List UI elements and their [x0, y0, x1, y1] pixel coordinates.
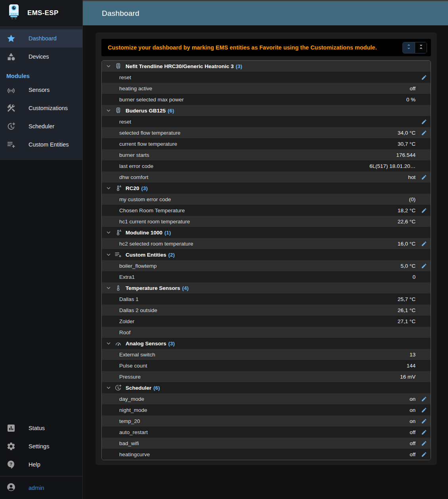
entity-row-boiler-flowtemp: boiler_flowtemp5,0 °C: [102, 260, 431, 271]
group-header-buderus-gb125[interactable]: Buderus GB125(6): [102, 105, 431, 116]
entity-row-external-switch: External switch13: [102, 349, 431, 360]
sidebar-item-custom-entities[interactable]: Custom Entities: [0, 135, 82, 154]
entity-name: selected flow temperature: [119, 130, 181, 136]
sidebar-item-customizations[interactable]: Customizations: [0, 99, 82, 117]
page-title: Dashboard: [102, 9, 139, 18]
entity-name: temp_20: [119, 418, 140, 424]
entity-name: burner starts: [119, 152, 149, 158]
sidebar-item-dashboard[interactable]: Dashboard: [0, 29, 82, 48]
edit-pencil-icon[interactable]: [419, 74, 428, 81]
entity-value: 0 %: [406, 97, 416, 103]
group-name: Moduline 1000: [126, 230, 162, 236]
thermostat-auto-icon: A: [114, 229, 122, 236]
entity-name: auto_restart: [119, 429, 148, 435]
entity-row-current-flow-temperature: current flow temperature30,7 °C: [102, 138, 431, 149]
group-header-custom-entities[interactable]: Custom Entities(2): [102, 249, 431, 260]
entity-row-dhw-comfort: dhw comforthot: [102, 171, 431, 183]
sidebar-item-label: Scheduler: [29, 123, 54, 130]
group-count: (3): [141, 185, 148, 191]
thermometer-icon: [114, 284, 122, 292]
group-name: RC20: [126, 185, 139, 191]
gauge-icon: [114, 339, 122, 347]
playlist-add-icon: [6, 140, 16, 149]
entity-name: heating active: [119, 86, 152, 91]
group-name: Buderus GB125: [126, 108, 166, 114]
edit-pencil-slot: [419, 351, 428, 358]
chevron-down-icon: [105, 340, 112, 347]
entity-row-my-custom-error-code: my custom error code(0): [102, 194, 431, 205]
gear-icon: [6, 442, 16, 451]
sidebar-item-status[interactable]: Status: [0, 419, 82, 437]
chevron-down-icon: [105, 251, 112, 258]
entity-name: my custom error code: [119, 196, 171, 202]
group-header-temperature-sensors[interactable]: Temperature Sensors(4): [102, 282, 431, 293]
edit-pencil-icon[interactable]: [419, 395, 428, 402]
group-header-moduline-1000[interactable]: AModuline 1000(1): [102, 227, 431, 238]
entity-row-bad-wifi: bad_wifioff: [102, 438, 431, 449]
boiler-icon: [114, 62, 122, 70]
edit-pencil-icon[interactable]: [419, 429, 428, 436]
entity-name: Dallas 2 outside: [119, 307, 157, 313]
edit-pencil-slot: [419, 151, 428, 158]
sidebar-item-scheduler[interactable]: Scheduler: [0, 117, 82, 135]
content: Customize your dashboard by marking EMS …: [83, 25, 448, 499]
main-area: Dashboard Customize your dashboard by ma…: [83, 0, 448, 499]
entity-row-burner-starts: burner starts176.544: [102, 149, 431, 160]
sidebar-bottom: StatusSettings?Help admin: [0, 419, 82, 499]
sidebar-item-help[interactable]: ?Help: [0, 455, 82, 474]
collapse-all-button[interactable]: [415, 42, 427, 53]
sidebar-item-label: Custom Entities: [29, 141, 69, 148]
entity-row-last-error-code: last error code6L(517) 18.01.20…: [102, 160, 431, 171]
group-header-nefit-trendline-hrc30-generic-heatronic-3[interactable]: Nefit Trendline HRC30/Generic Heatronic …: [102, 61, 431, 72]
edit-pencil-icon[interactable]: [419, 440, 428, 447]
unfold-more-icon: [406, 44, 412, 51]
group-header-scheduler[interactable]: Scheduler(6): [102, 382, 431, 393]
sidebar-item-sensors[interactable]: Sensors: [0, 81, 82, 99]
entity-row-pressure: Pressure16 mV: [102, 371, 431, 382]
svg-text:A: A: [119, 229, 121, 232]
group-header-analog-sensors[interactable]: Analog Sensors(3): [102, 338, 431, 349]
entity-value: off: [410, 429, 416, 435]
edit-pencil-icon[interactable]: [419, 406, 428, 413]
edit-pencil-icon[interactable]: [419, 173, 428, 181]
entity-row-dallas-2-outside: Dallas 2 outside26,1 °C: [102, 305, 431, 316]
sidebar-header: EMS-ESP: [0, 0, 82, 26]
clock-plus-icon: [114, 384, 122, 392]
edit-pencil-icon[interactable]: [419, 451, 428, 458]
notice-bar: Customize your dashboard by marking EMS …: [101, 39, 431, 56]
edit-pencil-icon[interactable]: [419, 240, 428, 247]
edit-pencil-icon[interactable]: [419, 417, 428, 425]
analytics-icon: [6, 423, 16, 433]
edit-pencil-icon[interactable]: [419, 118, 428, 125]
chevron-down-icon: [105, 229, 112, 236]
entity-row-pulse-count: Pulse count144: [102, 360, 431, 371]
group-header-rc20[interactable]: ARC20(3): [102, 183, 431, 194]
group-name: Scheduler: [126, 385, 151, 391]
sidebar-item-label: Settings: [29, 443, 49, 449]
entity-value: 144: [406, 363, 416, 369]
chevron-down-icon: [105, 63, 112, 70]
category-icon: [6, 52, 16, 61]
entity-row-dallas-1: Dallas 125,7 °C: [102, 293, 431, 305]
group-name: Analog Sensors: [126, 341, 166, 347]
sidebar-item-settings[interactable]: Settings: [0, 437, 82, 455]
edit-pencil-icon[interactable]: [419, 129, 428, 136]
edit-pencil-slot: [419, 162, 428, 170]
entity-row-night-mode: night_modeon: [102, 404, 431, 415]
edit-pencil-slot: [419, 307, 428, 314]
sidebar-item-devices[interactable]: Devices: [0, 48, 82, 66]
unfold-less-icon: [418, 44, 424, 51]
entity-value: 34,0 °C: [398, 130, 416, 136]
expand-all-button[interactable]: [403, 42, 415, 53]
chevron-down-icon: [105, 185, 112, 192]
sidebar-item-label: Status: [29, 425, 45, 431]
entity-row-hc2-selected-room-temperature: hc2 selected room temperature16,0 °C: [102, 238, 431, 249]
edit-pencil-slot: [419, 140, 428, 147]
entity-row-day-mode: day_modeon: [102, 393, 431, 404]
edit-pencil-icon[interactable]: [419, 207, 428, 214]
chevron-down-icon: [105, 384, 112, 391]
group-count: (4): [182, 285, 189, 291]
entity-name: hc1 current room temperature: [119, 219, 190, 225]
sidebar-item-admin[interactable]: admin: [0, 476, 82, 499]
edit-pencil-icon[interactable]: [419, 262, 428, 269]
